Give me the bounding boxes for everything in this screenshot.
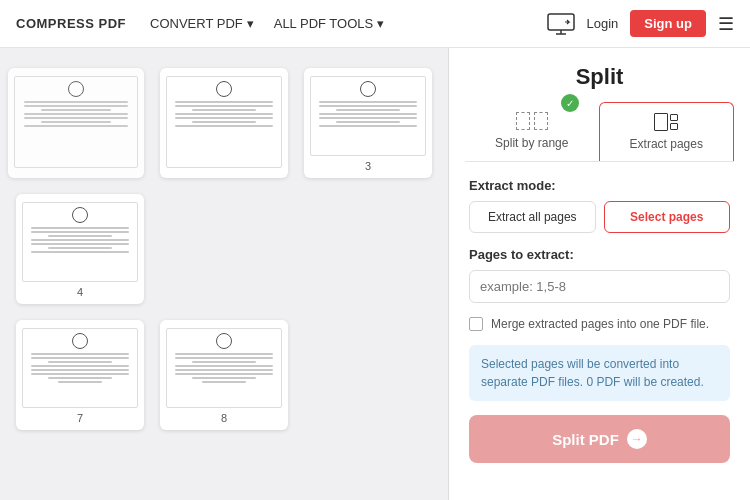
header-right: Login Sign up ☰ bbox=[547, 10, 734, 37]
split-range-icon bbox=[516, 112, 548, 130]
pdf-thumbnail bbox=[8, 68, 144, 178]
pdf-thumbnail: 3 bbox=[304, 68, 432, 178]
chevron-down-icon: ▾ bbox=[377, 16, 384, 31]
pages-to-extract-label: Pages to extract: bbox=[469, 247, 730, 270]
svg-rect-0 bbox=[548, 14, 574, 30]
merge-label: Merge extracted pages into one PDF file. bbox=[491, 317, 709, 331]
info-text: Selected pages will be converted into se… bbox=[481, 355, 718, 391]
login-button[interactable]: Login bbox=[587, 16, 619, 31]
select-pages-button[interactable]: Select pages bbox=[604, 201, 731, 233]
tab-split-range[interactable]: Split by range ✓ bbox=[465, 102, 599, 161]
pdf-thumbnail: 4 bbox=[16, 194, 144, 304]
pdf-panel: 3 4 bbox=[0, 48, 448, 500]
tab-label: Extract pages bbox=[630, 137, 703, 151]
main-layout: 3 4 bbox=[0, 48, 750, 500]
page-number: 3 bbox=[365, 160, 371, 172]
page-number: 7 bbox=[77, 412, 83, 424]
pages-input-section: Pages to extract: bbox=[449, 247, 750, 317]
monitor-icon bbox=[547, 13, 575, 35]
pdf-thumbnail bbox=[160, 68, 288, 178]
brand-logo: COMPRESS PDF bbox=[16, 16, 126, 31]
merge-checkbox[interactable] bbox=[469, 317, 483, 331]
pages-input[interactable] bbox=[469, 270, 730, 303]
nav-all-tools[interactable]: ALL PDF TOOLS ▾ bbox=[274, 16, 384, 31]
split-pdf-button[interactable]: Split PDF → bbox=[469, 415, 730, 463]
extract-mode-row: Extract all pages Select pages bbox=[449, 201, 750, 247]
pdf-thumbnail: 7 bbox=[16, 320, 144, 430]
nav-convert-pdf[interactable]: CONVERT PDF ▾ bbox=[150, 16, 254, 31]
tab-extract-pages[interactable]: Extract pages bbox=[599, 102, 735, 161]
signup-button[interactable]: Sign up bbox=[630, 10, 706, 37]
right-panel: Split Split by range ✓ bbox=[448, 48, 750, 500]
split-pdf-label: Split PDF bbox=[552, 431, 619, 448]
arrow-icon: → bbox=[627, 429, 647, 449]
mode-tabs: Split by range ✓ Extract pages bbox=[465, 102, 734, 162]
extract-pages-icon bbox=[654, 113, 678, 131]
chevron-down-icon: ▾ bbox=[247, 16, 254, 31]
merge-row: Merge extracted pages into one PDF file. bbox=[449, 317, 750, 345]
panel-title: Split bbox=[449, 48, 750, 102]
hamburger-icon[interactable]: ☰ bbox=[718, 13, 734, 35]
page-number: 8 bbox=[221, 412, 227, 424]
extract-mode-label: Extract mode: bbox=[449, 178, 750, 201]
pdf-thumbnail: 8 bbox=[160, 320, 288, 430]
page-number: 4 bbox=[77, 286, 83, 298]
info-box: Selected pages will be converted into se… bbox=[469, 345, 730, 401]
tab-label: Split by range bbox=[495, 136, 568, 150]
header: COMPRESS PDF CONVERT PDF ▾ ALL PDF TOOLS… bbox=[0, 0, 750, 48]
check-badge: ✓ bbox=[561, 94, 579, 112]
extract-all-pages-button[interactable]: Extract all pages bbox=[469, 201, 596, 233]
main-nav: CONVERT PDF ▾ ALL PDF TOOLS ▾ bbox=[150, 16, 384, 31]
